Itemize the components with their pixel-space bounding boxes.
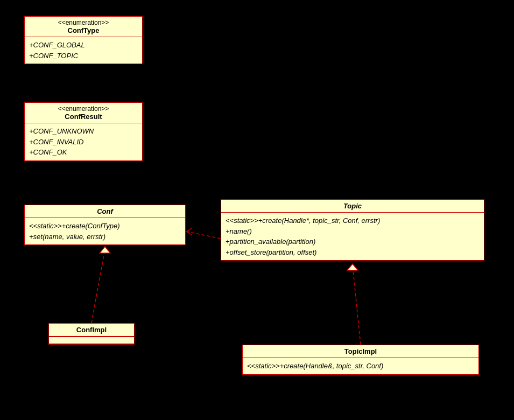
confresult-member-3: +CONF_OK [29,147,138,158]
confresult-name: ConfResult [29,113,138,121]
confimpl-header: ConfImpl [49,324,134,337]
topicimpl-box: TopicImpl <<static>>+create(Handle&, top… [242,345,479,375]
topic-member-3: +partition_available(partition) [226,236,480,247]
conf-header: Conf [25,205,185,218]
conf-name: Conf [29,207,181,215]
conf-body: <<static>>+create(ConfType) +set(name, v… [25,218,185,244]
topic-conf-arrowhead [187,228,192,235]
confimpl-divider1 [49,337,134,337]
confimpl-box: ConfImpl [48,323,135,345]
topicimpl-member-1: <<static>>+create(Handle&, topic_str, Co… [247,361,474,372]
topicimpl-name: TopicImpl [247,347,474,355]
conftype-box: <<enumeration>> ConfType +CONF_GLOBAL +C… [24,16,143,64]
confimpl-name: ConfImpl [53,326,130,334]
topic-member-4: +offset_store(partition, offset) [226,247,480,258]
conf-member-1: <<static>>+create(ConfType) [29,221,181,232]
topicimpl-body: <<static>>+create(Handle&, topic_str, Co… [243,358,478,374]
conftype-stereotype: <<enumeration>> [29,19,138,26]
topicimpl-topic-arrowhead [347,264,358,270]
topic-body: <<static>>+create(Handle*, topic_str, Co… [221,213,484,260]
conftype-header: <<enumeration>> ConfType [25,17,142,37]
conftype-body: +CONF_GLOBAL +CONF_TOPIC [25,37,142,64]
diagram-area: <<enumeration>> ConfType +CONF_GLOBAL +C… [0,0,514,420]
confimpl-divider2 [49,344,134,344]
confresult-box: <<enumeration>> ConfResult +CONF_UNKNOWN… [24,102,143,161]
topic-member-1: <<static>>+create(Handle*, topic_str, Co… [226,215,480,226]
confimpl-conf-arrowhead [100,247,110,253]
topic-conf-dependency-line [187,232,221,239]
conftype-member-1: +CONF_GLOBAL [29,40,138,51]
confresult-stereotype: <<enumeration>> [29,105,138,113]
conf-box: Conf <<static>>+create(ConfType) +set(na… [24,205,186,245]
conftype-name: ConfType [29,26,138,34]
topic-header: Topic [221,200,484,213]
confresult-body: +CONF_UNKNOWN +CONF_INVALID +CONF_OK [25,123,142,160]
topicimpl-topic-inheritance-line [353,265,361,345]
conftype-member-2: +CONF_TOPIC [29,51,138,61]
conf-member-2: +set(name, value, errstr) [29,232,181,242]
topic-box: Topic <<static>>+create(Handle*, topic_s… [221,199,484,261]
confresult-member-2: +CONF_INVALID [29,137,138,148]
confimpl-conf-inheritance-line [91,249,105,323]
confresult-header: <<enumeration>> ConfResult [25,103,142,123]
topicimpl-header: TopicImpl [243,345,478,358]
topic-member-2: +name() [226,226,480,237]
confresult-member-1: +CONF_UNKNOWN [29,126,138,137]
topic-name: Topic [226,202,480,210]
